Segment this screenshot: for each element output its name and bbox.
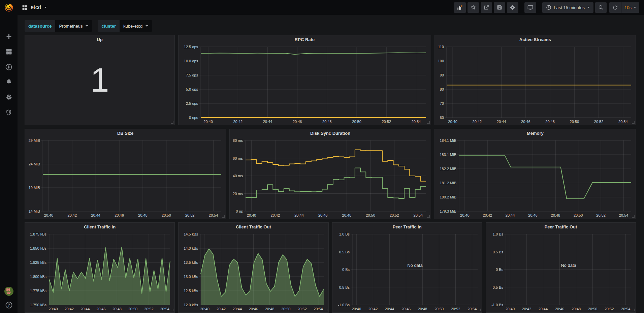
peer-traffic-out-chart[interactable]: 1.0 Bs0.5 Bs0 Bs-0.5 Bs-1.0 Bs20:4020:42… — [486, 231, 636, 312]
svg-text:20:54: 20:54 — [414, 213, 423, 217]
clock-icon — [546, 5, 551, 10]
variable-value-dropdown[interactable]: Prometheus — [55, 20, 92, 32]
disk-sync-duration-chart[interactable]: 80 ms60 ms40 ms20 ms0 ns20:4020:4220:442… — [230, 137, 430, 219]
panel-title[interactable]: Client Traffic In — [25, 223, 174, 231]
chevron-down-icon — [587, 7, 590, 8]
variable-label: cluster — [98, 20, 120, 32]
svg-text:20:46: 20:46 — [318, 213, 328, 217]
svg-text:20:48: 20:48 — [322, 120, 332, 124]
svg-text:20:42: 20:42 — [368, 307, 378, 311]
svg-text:80: 80 — [440, 87, 444, 91]
help-button[interactable]: ? — [5, 301, 13, 309]
cycle-view-button[interactable] — [524, 2, 536, 13]
sidebar-item-server-admin[interactable] — [0, 105, 18, 120]
svg-text:20:54: 20:54 — [619, 213, 628, 217]
time-range-picker[interactable]: Last 15 minutes — [542, 2, 593, 13]
panel-title[interactable]: Client Traffic Out — [179, 223, 328, 231]
panel-title[interactable]: Peer Traffic Out — [486, 223, 636, 231]
stat-value: 1 — [25, 43, 174, 125]
svg-text:1.750 kBs: 1.750 kBs — [30, 303, 46, 307]
svg-text:110: 110 — [438, 45, 444, 49]
svg-text:-0.5 Bs: -0.5 Bs — [491, 285, 503, 289]
svg-text:20:48: 20:48 — [265, 307, 275, 311]
client-traffic-in-chart[interactable]: 1.875 kBs1.850 kBs1.825 kBs1.800 kBs1.77… — [25, 231, 174, 312]
sidebar-item-configuration[interactable] — [0, 90, 18, 105]
sidebar: ? — [0, 15, 18, 313]
svg-text:20:46: 20:46 — [528, 213, 538, 217]
svg-text:24 MiB: 24 MiB — [29, 162, 40, 166]
memory-chart[interactable]: 184.1 MiB183.1 MiB182.2 MiB181.2 MiB180.… — [435, 137, 636, 219]
svg-text:20:44: 20:44 — [295, 213, 304, 217]
variable-value-dropdown[interactable]: kube-etcd — [120, 20, 152, 32]
sidebar-item-alerting[interactable] — [0, 74, 18, 90]
chevron-down-icon — [146, 25, 148, 27]
svg-text:20:44: 20:44 — [233, 307, 242, 311]
svg-text:19 MiB: 19 MiB — [29, 186, 40, 190]
svg-text:40 ms: 40 ms — [233, 174, 243, 178]
client-traffic-out-chart[interactable]: 14.5 kBs14.0 kBs13.5 kBs13.0 kBs12.5 kBs… — [179, 231, 328, 312]
panel-title[interactable]: Disk Sync Duration — [230, 129, 430, 137]
user-avatar[interactable] — [4, 287, 13, 296]
dashboard-settings-button[interactable] — [507, 2, 518, 13]
svg-text:20:44: 20:44 — [80, 307, 90, 311]
dashboard-title: etcd — [31, 4, 41, 10]
svg-text:20:52: 20:52 — [451, 307, 460, 311]
svg-text:60: 60 — [440, 116, 444, 120]
db-size-chart[interactable]: 29 MiB24 MiB19 MiB14 MiB20:4020:4220:442… — [25, 137, 226, 219]
refresh-button[interactable] — [609, 2, 621, 13]
panel-row-1: Up 1 RPC Rate 12.5 ops10.0 ops7.5 ops5.0… — [25, 35, 636, 125]
share-button[interactable] — [481, 2, 492, 13]
svg-text:20:46: 20:46 — [555, 307, 564, 311]
svg-text:20:44: 20:44 — [505, 213, 515, 217]
svg-text:20:40: 20:40 — [448, 120, 457, 124]
panel-client-traffic-in: Client Traffic In 1.875 kBs1.850 kBs1.82… — [25, 222, 175, 313]
save-button[interactable] — [494, 2, 505, 13]
svg-text:20:50: 20:50 — [366, 213, 376, 217]
peer-traffic-in-chart[interactable]: 1.0 Bs0.5 Bs0 Bs-0.5 Bs-1.0 Bs20:4020:42… — [332, 231, 482, 312]
star-icon — [470, 4, 476, 10]
chevron-down-icon — [44, 7, 47, 8]
svg-text:20:46: 20:46 — [115, 213, 124, 217]
zoom-out-button[interactable] — [595, 2, 607, 13]
grafana-logo[interactable] — [0, 3, 18, 12]
panel-memory: Memory 184.1 MiB183.1 MiB182.2 MiB181.2 … — [434, 129, 636, 219]
help-icon: ? — [5, 301, 13, 309]
svg-text:20:48: 20:48 — [138, 213, 148, 217]
svg-text:20:44: 20:44 — [91, 213, 100, 217]
panel-title[interactable]: Active Streams — [435, 35, 636, 43]
sidebar-item-explore[interactable] — [0, 59, 18, 74]
panel-title[interactable]: Up — [25, 35, 174, 43]
variable-value: kube-etcd — [123, 24, 142, 29]
svg-text:13.5 kBs: 13.5 kBs — [184, 260, 198, 264]
panel-title[interactable]: DB Size — [25, 129, 226, 137]
svg-text:180.2 MiB: 180.2 MiB — [440, 195, 456, 199]
sidebar-item-add[interactable] — [0, 29, 18, 44]
shield-icon — [5, 109, 12, 116]
active-streams-chart[interactable]: 1101009080706020:4020:4220:4420:4620:482… — [435, 43, 636, 125]
panel-rpc-rate: RPC Rate 12.5 ops10.0 ops7.5 ops5.0 ops2… — [178, 35, 431, 125]
svg-text:20:46: 20:46 — [401, 307, 411, 311]
svg-text:20:46: 20:46 — [293, 120, 302, 124]
add-panel-button[interactable] — [454, 2, 466, 13]
svg-text:20:52: 20:52 — [605, 307, 614, 311]
svg-text:20:42: 20:42 — [68, 213, 77, 217]
sidebar-item-dashboards[interactable] — [0, 44, 18, 59]
dashboard-title-button[interactable]: etcd — [22, 4, 47, 10]
rpc-rate-chart[interactable]: 12.5 ops10.0 ops7.5 ops5.0 ops2.5 ops0 o… — [179, 43, 430, 125]
panel-title[interactable]: Peer Traffic In — [332, 223, 482, 231]
variable-datasource: datasource Prometheus — [25, 20, 92, 32]
gear-icon — [510, 4, 516, 10]
svg-text:20:40: 20:40 — [204, 120, 213, 124]
svg-text:20:44: 20:44 — [538, 307, 548, 311]
star-button[interactable] — [468, 2, 479, 13]
panel-title[interactable]: Memory — [435, 129, 636, 137]
svg-text:20:42: 20:42 — [64, 307, 74, 311]
variable-cluster: cluster kube-etcd — [98, 20, 152, 32]
panel-title[interactable]: RPC Rate — [179, 35, 430, 43]
svg-text:20:46: 20:46 — [521, 120, 530, 124]
panel-row-2: DB Size 29 MiB24 MiB19 MiB14 MiB20:4020:… — [25, 129, 636, 219]
refresh-interval-dropdown[interactable]: 10s — [621, 2, 639, 13]
svg-text:7.5 ops: 7.5 ops — [186, 73, 198, 77]
add-panel-icon — [457, 4, 463, 11]
svg-text:20:52: 20:52 — [390, 213, 399, 217]
